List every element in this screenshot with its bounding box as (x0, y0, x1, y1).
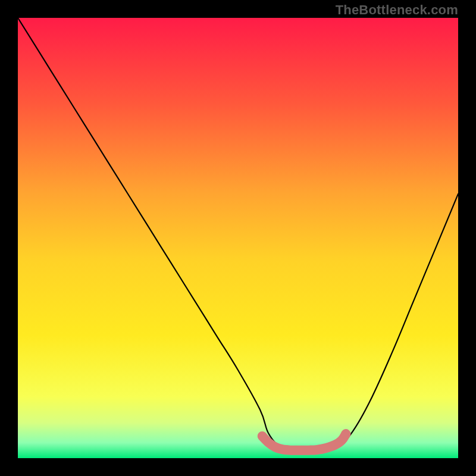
credit: TheBottleneck.com (336, 2, 458, 18)
chart-svg (18, 18, 458, 458)
chart-background (18, 18, 458, 458)
plateau-end-dot (341, 429, 350, 439)
plot-area (18, 18, 458, 458)
chart-frame: TheBottleneck.com (0, 0, 476, 476)
